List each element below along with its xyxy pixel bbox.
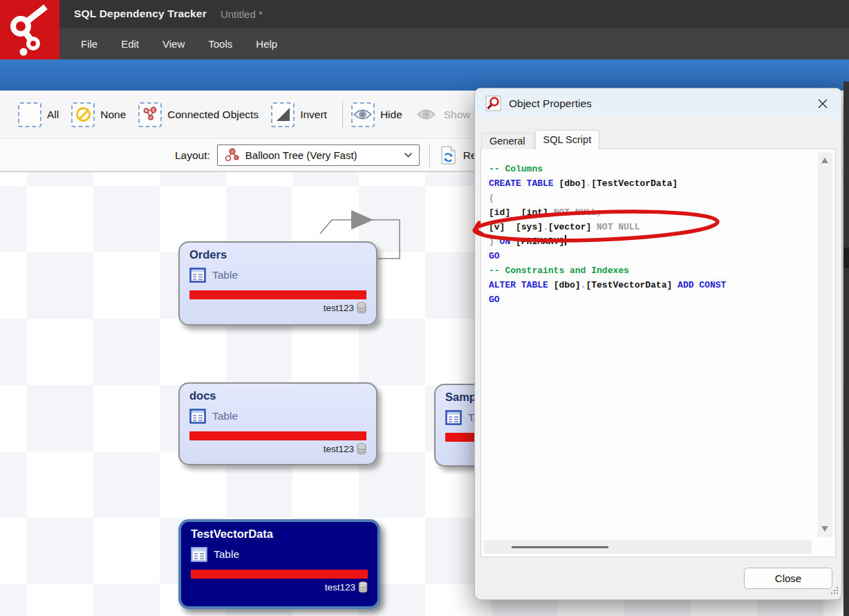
sql-script-panel: -- ColumnsCREATE TABLE [dbo].[TestVector… — [481, 149, 836, 557]
connected-objects-button[interactable]: Connected Objects — [138, 102, 263, 127]
window-scrollbar[interactable] — [843, 82, 849, 616]
node-title: TestVectorData — [191, 528, 368, 541]
dialog-titlebar[interactable]: Object Properties — [475, 88, 841, 118]
layout-dropdown-value: Balloon Tree (Very Fast) — [245, 149, 357, 161]
app-title: SQL Dependency Tracker — [74, 8, 207, 20]
menu-edit[interactable]: Edit — [114, 34, 146, 54]
app-logo — [0, 0, 59, 59]
resize-grip[interactable] — [830, 585, 839, 597]
layout-dropdown[interactable]: Balloon Tree (Very Fast) — [217, 144, 420, 166]
node-red-bar — [189, 431, 366, 440]
sql-line: [v] [sys].[vector] NOT NULL — [489, 220, 810, 234]
toolbar-separator — [342, 101, 343, 129]
select-all-icon — [18, 102, 41, 127]
select-none-icon — [71, 102, 95, 127]
sql-line: [id] [int] NOT NULL, — [489, 205, 810, 220]
menubar: FileEditViewToolsHelp — [0, 28, 849, 59]
invert-button[interactable]: Invert — [271, 102, 331, 127]
sql-line: GO — [489, 249, 810, 263]
balloon-tree-icon — [224, 148, 240, 162]
sql-line: ) ON [PRIMARY] — [489, 234, 810, 249]
dialog-title: Object Properties — [509, 97, 592, 110]
titlebar: SQL Dependency Tracker Untitled * FileEd… — [0, 0, 849, 59]
database-icon — [357, 302, 366, 314]
menu-help[interactable]: Help — [249, 34, 284, 54]
connected-objects-label: Connected Objects — [167, 109, 259, 121]
sql-line: -- Constraints and Indexes — [489, 263, 810, 278]
object-properties-icon — [485, 95, 501, 111]
layout-label: Layout: — [175, 149, 210, 162]
window-scroll-thumb[interactable] — [843, 248, 849, 268]
connected-objects-icon — [138, 102, 162, 127]
table-icon — [189, 268, 206, 283]
toolbar-separator — [429, 144, 430, 167]
ribbon-band — [0, 59, 849, 91]
edge-arrowhead-icon — [351, 210, 373, 230]
table-icon — [189, 409, 206, 424]
menu-tools[interactable]: Tools — [201, 34, 239, 54]
none-button[interactable]: None — [71, 102, 130, 127]
horizontal-scrollbar[interactable] — [484, 540, 812, 554]
scroll-up-icon[interactable] — [821, 158, 828, 163]
none-label: None — [100, 109, 126, 121]
refresh-layout-button[interactable]: Re — [440, 146, 477, 165]
node-orders[interactable]: OrdersTabletest123 — [178, 241, 377, 326]
close-button[interactable]: Close — [744, 568, 832, 589]
node-red-bar — [191, 570, 368, 579]
app-window: SQL Dependency Tracker Untitled * FileEd… — [0, 0, 849, 616]
text-caret — [565, 235, 566, 245]
node-docs[interactable]: docsTabletest123 — [178, 382, 377, 465]
redgate-logo-icon — [7, 3, 53, 57]
tab-sql-script[interactable]: SQL Script — [535, 130, 600, 149]
all-label: All — [47, 109, 59, 121]
table-icon — [191, 547, 207, 562]
node-red-bar — [189, 290, 366, 299]
sql-line: GO — [489, 292, 810, 307]
object-properties-dialog: Object Properties GeneralSQL Script -- C… — [474, 88, 842, 600]
hide-eye-icon — [351, 102, 375, 127]
document-title: Untitled * — [221, 8, 263, 20]
node-title: docs — [189, 389, 366, 402]
node-database-label: test123 — [324, 444, 354, 454]
hide-button[interactable]: Hide — [351, 102, 407, 127]
chevron-down-icon — [404, 152, 413, 158]
sql-script-text[interactable]: -- ColumnsCREATE TABLE [dbo].[TestVector… — [489, 153, 810, 536]
node-title: Orders — [189, 248, 366, 261]
hide-label: Hide — [380, 109, 402, 121]
table-icon — [445, 410, 462, 425]
titlebar-top: SQL Dependency Tracker Untitled * — [0, 0, 849, 28]
node-database-label: test123 — [324, 303, 354, 313]
node-type-label: Table — [214, 548, 239, 561]
all-button[interactable]: All — [18, 102, 63, 127]
refresh-icon — [440, 146, 457, 165]
sql-line: CREATE TABLE [dbo].[TestVectorData] — [489, 176, 810, 191]
horizontal-scroll-thumb[interactable] — [512, 546, 608, 548]
menu-file[interactable]: File — [74, 34, 104, 54]
sql-line: ALTER TABLE [dbo].[TestVectorData] ADD C… — [489, 278, 810, 292]
tab-general[interactable]: General — [481, 133, 534, 149]
scroll-down-icon[interactable] — [821, 526, 828, 532]
node-type-label: Table — [212, 269, 238, 281]
node-testvectordata[interactable]: TestVectorDataTabletest123 — [178, 519, 380, 609]
invert-label: Invert — [300, 109, 327, 121]
dialog-tabs: GeneralSQL Script — [481, 130, 601, 149]
sql-line: ( — [489, 191, 810, 205]
dialog-close-icon[interactable] — [814, 95, 831, 112]
menu-view[interactable]: View — [156, 34, 192, 54]
sql-line: -- Columns — [489, 162, 810, 176]
node-database-label: test123 — [325, 582, 355, 592]
database-icon — [357, 443, 366, 455]
show-eye-icon — [415, 102, 438, 127]
node-type-label: Table — [212, 410, 238, 422]
database-icon — [358, 581, 368, 593]
vertical-scrollbar[interactable] — [818, 152, 832, 537]
invert-selection-icon — [271, 102, 295, 127]
